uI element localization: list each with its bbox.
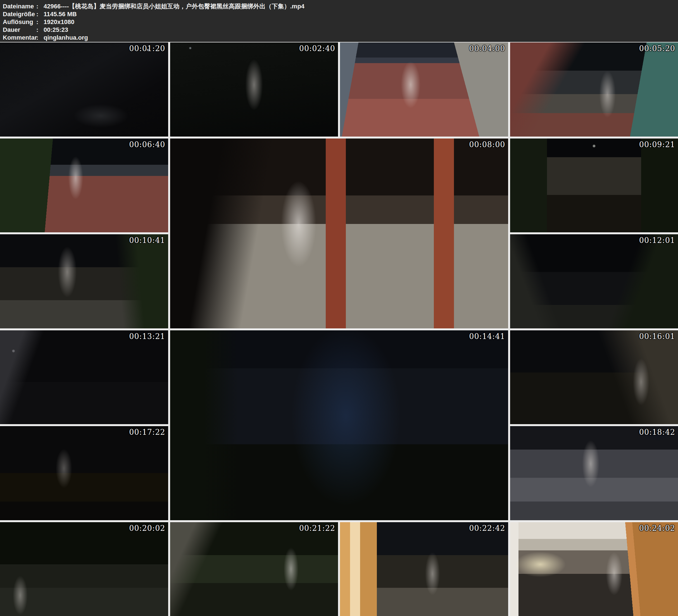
video-thumbnail-14: 00:18:42: [510, 426, 678, 520]
video-thumbnail-2: 00:02:40: [170, 42, 338, 137]
meta-row-filename: Dateiname : 42966----【桃花岛】麦当劳捆绑和店员小姐姐互动，…: [3, 2, 678, 10]
meta-row-comment: Kommentar : qinglanhua.org: [3, 34, 678, 42]
meta-colon: :: [36, 34, 44, 42]
thumbnail-timestamp: 00:02:40: [299, 44, 335, 53]
thumbnail-timestamp: 00:14:41: [469, 332, 505, 341]
file-metadata-header: Dateiname : 42966----【桃花岛】麦当劳捆绑和店员小姐姐互动，…: [0, 0, 678, 42]
video-thumbnail-9: 00:12:01: [510, 234, 678, 329]
thumbnail-timestamp: 00:13:21: [129, 332, 165, 341]
meta-value-dateiname: 42966----【桃花岛】麦当劳捆绑和店员小姐姐互动，户外包臀裙黑丝高跟捆绑外…: [44, 2, 678, 10]
meta-colon: :: [36, 10, 44, 18]
meta-colon: :: [36, 26, 44, 34]
thumbnail-timestamp: 00:10:41: [129, 236, 165, 244]
video-thumbnail-15: 00:20:02: [0, 522, 168, 616]
meta-value-kommentar: qinglanhua.org: [44, 34, 678, 42]
meta-value-dauer: 00:25:23: [44, 26, 678, 34]
thumbnail-timestamp: 00:21:22: [299, 524, 335, 533]
thumbnail-timestamp: 00:01:20: [129, 44, 165, 53]
meta-label-dauer: Dauer: [3, 26, 36, 34]
thumbnail-timestamp: 00:18:42: [639, 428, 675, 436]
meta-label-dateiname: Dateiname: [3, 2, 36, 10]
video-thumbnail-1: 00:01:20: [0, 42, 168, 137]
meta-row-duration: Dauer : 00:25:23: [3, 26, 678, 34]
meta-label-dateigroesse: Dateigröße: [3, 10, 36, 18]
thumbnail-timestamp: 00:16:01: [639, 332, 675, 341]
video-thumbnail-10: 00:13:21: [0, 330, 168, 424]
thumbnail-timestamp: 00:05:20: [639, 44, 675, 53]
meta-colon: :: [36, 18, 44, 26]
video-thumbnail-4: 00:05:20: [510, 42, 678, 137]
thumbnail-timestamp: 00:04:00: [469, 44, 505, 53]
video-thumbnail-8: 00:10:41: [0, 234, 168, 329]
video-thumbnail-7: 00:09:21: [510, 139, 678, 233]
thumbnail-timestamp: 00:24:02: [639, 524, 675, 533]
meta-label-kommentar: Kommentar: [3, 34, 36, 42]
meta-row-resolution: Auflösung : 1920x1080: [3, 18, 678, 26]
thumbnail-timestamp: 00:22:42: [469, 524, 505, 533]
video-thumbnail-11-large: 00:14:41: [170, 330, 508, 520]
video-thumbnail-3: 00:04:00: [340, 42, 508, 137]
thumbnail-timestamp: 00:20:02: [129, 524, 165, 533]
video-thumbnail-17: 00:22:42: [340, 522, 508, 616]
video-thumbnail-16: 00:21:22: [170, 522, 338, 616]
video-thumbnail-5: 00:06:40: [0, 139, 168, 233]
thumbnail-timestamp: 00:09:21: [639, 140, 675, 149]
video-thumbnail-12: 00:16:01: [510, 330, 678, 424]
meta-value-aufloesung: 1920x1080: [44, 18, 678, 26]
thumbnail-timestamp: 00:06:40: [129, 140, 165, 149]
video-thumbnail-13: 00:17:22: [0, 426, 168, 520]
thumbnail-grid: 00:01:20 00:02:40 00:04:00 00:05:20 00:0…: [0, 42, 678, 616]
thumbnail-timestamp: 00:08:00: [469, 140, 505, 149]
video-thumbnail-18: 00:24:02: [510, 522, 678, 616]
meta-value-dateigroesse: 1145.56 MB: [44, 10, 678, 18]
meta-colon: :: [36, 2, 44, 10]
meta-row-filesize: Dateigröße : 1145.56 MB: [3, 10, 678, 18]
thumbnail-timestamp: 00:12:01: [639, 236, 675, 244]
thumbnail-timestamp: 00:17:22: [129, 428, 165, 436]
meta-label-aufloesung: Auflösung: [3, 18, 36, 26]
video-thumbnail-6-large: 00:08:00: [170, 139, 508, 329]
